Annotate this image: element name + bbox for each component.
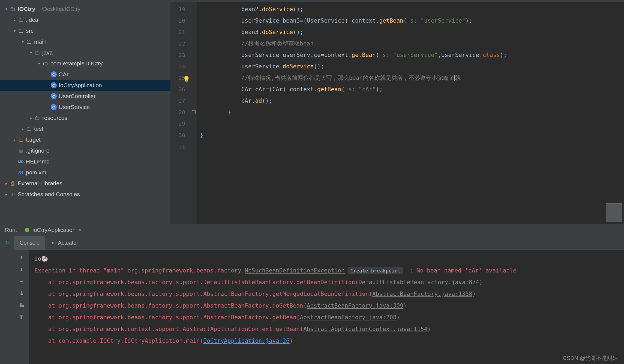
tree-row-scratches-and-consoles[interactable]: ▸⎚Scratches and Consoles bbox=[0, 189, 170, 200]
console-toolbar: ↑ ↓ ⇥ ⤓ 🖶 🗑 bbox=[14, 250, 29, 364]
chevron-right-icon[interactable]: ▸ bbox=[3, 192, 9, 196]
chevron-right-icon[interactable]: ▸ bbox=[3, 181, 9, 186]
console-tab[interactable]: Console bbox=[14, 236, 45, 250]
tree-row-userservice[interactable]: CUserService bbox=[0, 102, 170, 113]
editor: 19202122232425💡262728293031 − bean2.doSe… bbox=[170, 0, 624, 224]
chevron-right-icon[interactable]: ▸ bbox=[28, 116, 34, 120]
project-toolbar bbox=[0, 0, 170, 2]
tree-row-com-example-ioctry[interactable]: ▾🗀com.example.IOCtry bbox=[0, 58, 170, 69]
close-icon[interactable]: ✕ bbox=[78, 228, 82, 232]
trash-icon[interactable]: 🗑 bbox=[19, 314, 24, 320]
run-left-toolbar-2 bbox=[0, 250, 14, 364]
tree-row-main[interactable]: ▾🗀main bbox=[0, 36, 170, 47]
tree-label: CAr bbox=[59, 71, 68, 78]
tree-label: target bbox=[26, 136, 41, 143]
tree-row--gitignore[interactable]: ▤.gitignore bbox=[0, 145, 170, 156]
chevron-down-icon[interactable]: ▾ bbox=[20, 40, 26, 44]
scroll-end-icon[interactable]: ⤓ bbox=[19, 290, 24, 296]
run-header: Run: ⬢ IoCtryApplication ✕ bbox=[0, 224, 624, 236]
fold-strip[interactable]: − bbox=[191, 2, 197, 224]
run-tab-label: IoCtryApplication bbox=[32, 227, 76, 233]
tree-row--idea[interactable]: ▸🗀.idea bbox=[0, 14, 170, 25]
tree-label: pom.xml bbox=[26, 169, 47, 176]
actuator-tab-label: Actuator bbox=[58, 240, 78, 246]
tree-row-ioctryapplication[interactable]: CIoCtryApplication bbox=[0, 80, 170, 91]
stack-link[interactable]: IoCtryApplication.java:26 bbox=[203, 338, 290, 344]
tree-row-external-libraries[interactable]: ▸⎙External Libraries bbox=[0, 178, 170, 189]
tree-label: UserService bbox=[59, 104, 90, 110]
tree-row-test[interactable]: ▸🗀test bbox=[0, 123, 170, 134]
tree-label: test bbox=[34, 126, 43, 132]
run-tab[interactable]: ⬢ IoCtryApplication ✕ bbox=[20, 224, 86, 236]
watermark: CSDN @狗哥不是甜妹 bbox=[563, 354, 618, 362]
chevron-down-icon[interactable]: ▾ bbox=[28, 50, 34, 55]
up-icon[interactable]: ↑ bbox=[20, 254, 23, 260]
tree-row-usercontroller[interactable]: CUserController bbox=[0, 91, 170, 102]
tree-row-resources[interactable]: ▸🗀resources bbox=[0, 113, 170, 123]
fold-toggle-icon[interactable]: − bbox=[192, 110, 196, 114]
tree-label: UserController bbox=[59, 93, 95, 99]
tree-label: IOCtry bbox=[18, 6, 35, 12]
tree-label: External Libraries bbox=[18, 180, 62, 187]
tree-row-target[interactable]: ▸🗀target bbox=[0, 134, 170, 145]
tree-row-pom-xml[interactable]: mpom.xml bbox=[0, 167, 170, 178]
actuator-icon: ✦ bbox=[50, 240, 55, 246]
tree-label: src bbox=[26, 28, 34, 34]
create-breakpoint-button[interactable]: Create breakpoint bbox=[348, 267, 403, 274]
tree-label: IoCtryApplication bbox=[59, 82, 102, 89]
tree-row-java[interactable]: ▾🗀java bbox=[0, 47, 170, 58]
chevron-down-icon[interactable]: ▾ bbox=[3, 7, 9, 11]
project-panel: ▾🗀IOCtry ~/Desktop/IOCtry▸🗀.idea▾🗀src▾🗀m… bbox=[0, 0, 170, 224]
tree-label: .gitignore bbox=[26, 147, 49, 154]
tree-row-car[interactable]: CCAr bbox=[0, 69, 170, 80]
minimap[interactable] bbox=[606, 203, 622, 222]
editor-tabs[interactable] bbox=[170, 0, 624, 2]
chevron-right-icon[interactable]: ▸ bbox=[11, 138, 17, 142]
intention-bulb-icon[interactable]: 💡 bbox=[183, 74, 190, 85]
tree-row-help-md[interactable]: MDHELP.md bbox=[0, 156, 170, 167]
spring-icon: ⬢ bbox=[25, 227, 29, 233]
tree-label: java bbox=[42, 49, 53, 56]
stack-link[interactable]: AbstractBeanFactory.java:208 bbox=[300, 314, 397, 321]
rerun-icon[interactable]: ↻ bbox=[5, 239, 9, 245]
actuator-tab[interactable]: ✦ Actuator bbox=[45, 236, 83, 250]
down-icon[interactable]: ↓ bbox=[20, 266, 23, 272]
tree-label: com.example.IOCtry bbox=[50, 60, 103, 67]
console-tab-label: Console bbox=[20, 240, 40, 246]
stack-link[interactable]: AbstractBeanFactory.java:309 bbox=[307, 302, 403, 309]
chevron-right-icon[interactable]: ▸ bbox=[11, 18, 17, 22]
run-panel: Run: ⬢ IoCtryApplication ✕ ↻ 🔧 ■ 📷 ⇤ ⫍ 📌… bbox=[0, 224, 624, 364]
tree-label: .idea bbox=[26, 17, 38, 23]
stack-link[interactable]: AbstractBeanFactory.java:1358 bbox=[372, 291, 472, 297]
print-icon[interactable]: 🖶 bbox=[19, 302, 24, 308]
chevron-right-icon[interactable]: ▸ bbox=[20, 127, 26, 131]
chevron-down-icon[interactable]: ▾ bbox=[36, 61, 42, 66]
chevron-down-icon[interactable]: ▾ bbox=[11, 29, 17, 33]
tree-label: resources bbox=[42, 115, 67, 121]
stack-link[interactable]: AbstractApplicationContext.java:1154 bbox=[303, 326, 427, 332]
tree-label: HELP.md bbox=[26, 158, 50, 165]
stack-link[interactable]: DefaultListableBeanFactory.java:874 bbox=[358, 279, 479, 286]
console-output[interactable]: do🐏Exception in thread "main" org.spring… bbox=[29, 250, 624, 364]
code-area[interactable]: bean2.doService(); UserService bean3=(Us… bbox=[197, 2, 624, 224]
tree-label: Scratches and Consoles bbox=[18, 191, 80, 198]
softwrap-icon[interactable]: ⇥ bbox=[20, 278, 23, 284]
tree-label: main bbox=[34, 38, 47, 45]
project-tree[interactable]: ▾🗀IOCtry ~/Desktop/IOCtry▸🗀.idea▾🗀src▾🗀m… bbox=[0, 2, 170, 224]
editor-gutter[interactable]: 19202122232425💡262728293031 bbox=[170, 2, 191, 224]
run-label: Run: bbox=[2, 227, 20, 233]
tree-row-src[interactable]: ▾🗀src bbox=[0, 25, 170, 36]
tree-row-ioctry[interactable]: ▾🗀IOCtry ~/Desktop/IOCtry bbox=[0, 4, 170, 14]
run-left-toolbar: ↻ 🔧 ■ 📷 ⇤ ⫍ 📌 bbox=[0, 236, 14, 250]
